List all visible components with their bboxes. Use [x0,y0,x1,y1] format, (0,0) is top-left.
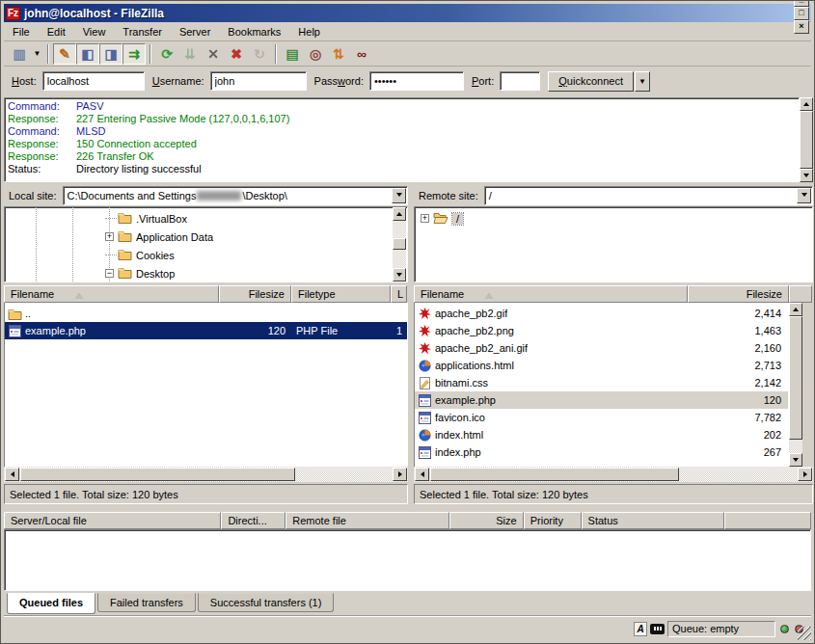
file-name: favicon.ico [435,412,485,423]
log-line-type: Response: [5,113,76,125]
tree-item-application-data[interactable]: +Application Data [105,228,213,246]
title-bar[interactable]: Fz john@localhost - FileZilla _□× [4,4,811,22]
local-site-label: Local site: [9,190,57,201]
local-selection-status: Selected 1 file. Total size: 120 bytes [4,484,408,504]
column-header-priority[interactable]: Priority [524,512,582,529]
host-input[interactable] [42,71,145,91]
file-row-apache-pb2-gif[interactable]: apache_pb2.gif2,414 [415,305,788,322]
column-header-status[interactable]: Status [582,512,725,529]
remote-file-list[interactable]: apache_pb2.gif2,414apache_pb2.png1,463ap… [414,303,789,467]
column-header-filename[interactable]: Filename [414,285,688,303]
menu-item-transfer[interactable]: Transfer [114,23,171,40]
collapse-icon[interactable]: − [105,269,114,278]
refresh-button[interactable]: ⟳ [155,43,178,65]
speed-limits-icon[interactable] [650,624,665,634]
toggle-message-log-button[interactable]: ✎ [53,43,76,65]
file-row-bitnami-css[interactable]: bitnami.css2,142 [415,374,788,391]
message-log[interactable]: Command:PASVResponse:227 Entering Passiv… [4,97,800,182]
menu-item-help[interactable]: Help [289,23,329,40]
column-header-directi-[interactable]: Directi... [221,512,285,529]
toggle-local-tree-button[interactable]: ◧ [76,43,99,65]
column-header-size[interactable]: Size [449,512,524,529]
column-header-filesize[interactable]: Filesize [688,285,789,303]
synchronized-browsing-button[interactable]: ⇅ [327,43,350,65]
remote-site-dropdown[interactable] [797,188,811,203]
local-tree-scrollbar[interactable] [393,207,406,282]
remote-h-scrollbar[interactable] [414,467,813,482]
local-site-combo[interactable]: C:\Documents and Settings\Desktop\ [63,186,408,205]
log-line-text: 150 Connection accepted [76,138,197,150]
disconnect-button[interactable]: ✖ [225,43,248,65]
file-row-example-php[interactable]: example.php120PHP File1 [5,322,407,339]
reconnect-button[interactable]: ↻ [248,43,271,65]
menu-item-edit[interactable]: Edit [39,23,74,40]
find-files-button[interactable]: ∞ [350,43,373,65]
local-h-scrollbar[interactable] [4,467,408,482]
site-manager-button[interactable]: ▥ [8,43,31,65]
column-label: Server/Local file [11,515,87,526]
cancel-operation-button[interactable]: ✕ [202,43,225,65]
password-input[interactable] [369,71,464,91]
quickconnect-button[interactable]: Quickconnect [548,71,634,92]
tree-item--[interactable]: +/ [421,209,463,228]
port-input[interactable] [500,71,540,91]
site-manager-button-dropdown[interactable]: ▼ [31,43,43,65]
file-row-applications-html[interactable]: applications.html2,713 [415,357,788,374]
log-scrollbar[interactable] [800,97,813,182]
expand-icon[interactable]: + [105,232,114,241]
log-line: Command:MLSD [5,125,799,138]
column-header-empty[interactable] [789,285,812,303]
quickconnect-dropdown[interactable]: ▼ [635,71,650,92]
menu-item-view[interactable]: View [74,23,115,40]
file-row--[interactable]: .. [5,305,407,322]
column-label: Remote file [292,515,346,526]
column-header-filetype[interactable]: Filetype [291,285,391,303]
column-header-filename[interactable]: Filename [4,285,219,303]
log-line-text: 226 Transfer OK [76,150,154,163]
file-row-apache-pb2-ani-gif[interactable]: apache_pb2_ani.gif2,160 [415,339,788,357]
file-row-example-php[interactable]: example.php120 [415,391,788,409]
tree-item-cookies[interactable]: Cookies [105,246,175,264]
remote-site-combo[interactable]: / [484,186,813,205]
file-row-index-html[interactable]: index.html202 [415,426,788,443]
log-line-text: MLSD [76,125,106,138]
column-header-server-local-file[interactable]: Server/Local file [4,512,221,529]
maximize-button[interactable]: □ [794,7,809,20]
file-row-apache-pb2-png[interactable]: apache_pb2.png1,463 [415,322,788,339]
column-header-l[interactable]: L [391,285,407,303]
file-row-index-php[interactable]: index.php267 [415,443,788,461]
column-header-empty[interactable] [724,512,811,529]
expand-icon[interactable]: + [421,214,429,223]
remote-tree[interactable]: +/ [414,206,813,282]
local-tree[interactable]: .VirtualBox+Application DataCookies−Desk… [4,206,408,282]
menu-item-server[interactable]: Server [171,23,219,40]
resize-grip[interactable] [798,627,811,640]
tab-failed-transfers[interactable]: Failed transfers [97,593,196,612]
queue-status: Queue: empty [667,621,775,637]
directory-comparison-button[interactable]: ◎ [304,43,327,65]
tree-item-desktop[interactable]: −Desktop [105,264,175,282]
toggle-queue-button[interactable]: ⇉ [122,43,146,65]
file-name: apache_pb2.gif [435,308,507,319]
file-name: example.php [25,325,86,336]
menu-item-file[interactable]: File [4,23,39,40]
local-site-dropdown[interactable] [392,188,406,203]
toggle-remote-tree-button[interactable]: ◨ [99,43,122,65]
username-input[interactable] [210,71,307,91]
queue-body[interactable] [4,529,811,591]
log-line-text: Directory listing successful [76,163,202,175]
column-header-remote-file[interactable]: Remote file [285,512,449,529]
toolbar-separator [149,44,151,64]
remote-list-scrollbar[interactable] [789,303,802,467]
filezilla-app-icon[interactable]: Fz [6,7,20,20]
file-row-favicon-ico[interactable]: favicon.ico7,782 [415,409,788,426]
local-file-list[interactable]: ..example.php120PHP File1 [4,303,408,467]
tab-successful-transfers-1-[interactable]: Successful transfers (1) [198,593,335,612]
process-queue-button[interactable]: ⇊ [178,43,202,65]
tree-item--virtualbox[interactable]: .VirtualBox [105,209,187,228]
menu-item-bookmarks[interactable]: Bookmarks [219,23,289,40]
tab-queued-files[interactable]: Queued files [7,593,95,614]
filter-button[interactable]: ▤ [281,43,304,65]
column-header-filesize[interactable]: Filesize [219,285,291,303]
queue-tabs: Queued filesFailed transfersSuccessful t… [7,593,336,613]
